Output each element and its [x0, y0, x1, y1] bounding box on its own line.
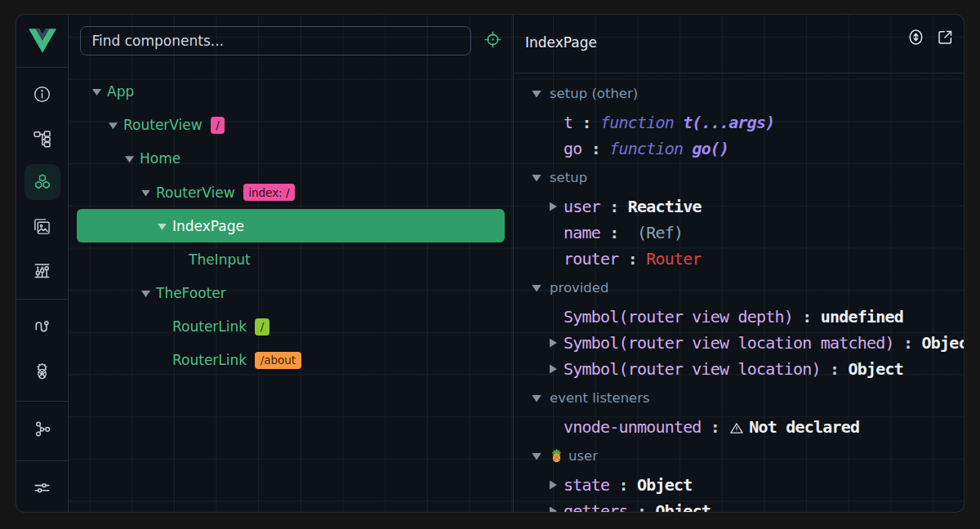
section-header[interactable]: event listeners — [514, 385, 964, 411]
rail-item-graph[interactable] — [16, 407, 68, 451]
component-name: App — [107, 83, 134, 100]
state-row-symbol-router-view-location-[interactable]: Symbol(router view location) : Object — [514, 356, 964, 382]
expand-toggle-icon[interactable] — [158, 224, 167, 230]
state-row-user[interactable]: user : Reactive — [514, 193, 964, 220]
state-row-getters[interactable]: getters : Object — [514, 498, 964, 512]
info-icon — [24, 76, 60, 112]
section-rows: t : function t(...args)go : function go(… — [514, 109, 964, 162]
state-section: providedSymbol(router view depth) : unde… — [514, 274, 964, 382]
state-value: Not declared — [749, 417, 859, 437]
pineapple-outline-icon — [24, 353, 60, 389]
section-title: setup — [550, 170, 587, 185]
state-value: Object — [848, 359, 902, 379]
key-value-separator: : — [894, 333, 922, 353]
state-section: event listenersvnode-unmounted : Not dec… — [514, 385, 964, 440]
section-rows: Symbol(router view depth) : undefinedSym… — [514, 304, 964, 382]
selected-component-title: IndexPage — [525, 34, 597, 51]
expand-arrow-icon[interactable] — [550, 202, 557, 211]
image-icon — [24, 208, 60, 244]
state-row-state[interactable]: state : Object — [514, 472, 964, 498]
state-section: setup (other)t : function t(...args)go :… — [514, 80, 964, 162]
inspect-component-button[interactable] — [482, 30, 503, 51]
rail-item-pinia[interactable] — [16, 349, 68, 393]
section-header[interactable]: setup — [514, 164, 964, 190]
state-key: user — [564, 197, 600, 216]
section-header[interactable]: user — [514, 442, 964, 469]
state-section: setupuser : Reactivename : (Ref)router :… — [514, 164, 964, 272]
scroll-to-component-button[interactable] — [907, 30, 924, 47]
tree-row-thefooter[interactable]: TheFooter — [77, 277, 505, 310]
component-name: TheFooter — [156, 285, 226, 301]
state-sections: setup (other)t : function t(...args)go :… — [514, 73, 964, 512]
section-rows: state : Objectgetters : Object — [514, 472, 964, 512]
key-value-separator: : — [600, 197, 628, 216]
state-key: Symbol(router view location) — [564, 359, 821, 379]
route-icon — [24, 309, 60, 345]
rail-item-settings[interactable] — [16, 465, 68, 509]
state-key: Symbol(router view depth) — [564, 307, 793, 327]
tree-row-theinput[interactable]: TheInput — [77, 242, 505, 276]
key-value-separator: : — [581, 139, 609, 158]
section-header[interactable]: setup (other) — [514, 80, 964, 106]
state-key: state — [564, 475, 609, 495]
open-in-editor-button[interactable] — [937, 30, 953, 47]
state-value: t(...args) — [683, 113, 774, 132]
state-panel-actions — [907, 30, 953, 47]
search-input[interactable] — [80, 26, 472, 56]
tree-row-routerlink[interactable]: RouterLink/about — [77, 344, 505, 377]
state-value: Object — [655, 501, 710, 512]
expand-arrow-icon[interactable] — [550, 481, 557, 490]
state-key: t — [564, 113, 572, 132]
state-key: getters — [564, 501, 628, 512]
collapse-icon — [532, 453, 541, 460]
expand-toggle-icon[interactable] — [92, 89, 101, 96]
state-value: Reactive — [628, 197, 702, 216]
tree-row-routerview[interactable]: RouterViewindex: / — [77, 176, 505, 209]
rail-item-overview[interactable] — [16, 72, 68, 116]
tree-row-routerview[interactable]: RouterView/ — [77, 109, 505, 142]
state-value: function — [600, 113, 683, 132]
expand-arrow-icon[interactable] — [550, 507, 557, 513]
expand-toggle-icon[interactable] — [125, 156, 134, 162]
rail-group — [16, 407, 68, 451]
state-section: userstate : Objectgetters : Object — [514, 442, 964, 512]
rail-divider — [16, 401, 68, 402]
vue-devtools-window: AppRouterView/HomeRouterViewindex: /Inde… — [16, 15, 964, 512]
section-rows: vnode-unmounted : Not declared — [514, 414, 964, 440]
section-header[interactable]: provided — [514, 274, 964, 300]
expand-arrow-icon[interactable] — [550, 339, 557, 348]
expand-toggle-icon[interactable] — [109, 122, 118, 129]
state-key: go — [564, 139, 581, 158]
tree-row-app[interactable]: App — [77, 74, 505, 108]
state-row-symbol-router-view-depth-: Symbol(router view depth) : undefined — [514, 304, 964, 330]
tree-row-home[interactable]: Home — [77, 142, 505, 176]
section-title: setup (other) — [550, 86, 638, 101]
route-badge: /about — [255, 352, 301, 369]
state-row-vnode-unmounted: vnode-unmounted : Not declared — [514, 414, 964, 440]
state-value: Object — [637, 475, 692, 495]
vue-logo — [16, 15, 68, 68]
tree-row-indexpage[interactable]: IndexPage — [77, 209, 505, 242]
state-row-go: go : function go() — [514, 136, 964, 162]
tree-row-routerlink[interactable]: RouterLink/ — [77, 310, 505, 344]
rail-item-components[interactable] — [16, 160, 68, 204]
rail-group — [16, 465, 68, 509]
rail-item-pages[interactable] — [16, 116, 68, 160]
key-value-separator: : — [609, 475, 637, 495]
expand-toggle-icon[interactable] — [141, 291, 150, 297]
component-name: TheInput — [189, 251, 251, 268]
key-value-separator: : — [600, 223, 628, 242]
state-row-symbol-router-view-location-matched-[interactable]: Symbol(router view location matched) : O… — [514, 330, 964, 356]
expand-arrow-icon[interactable] — [550, 365, 557, 374]
tree-view-icon — [24, 120, 60, 156]
state-value: Router — [646, 249, 701, 269]
key-value-separator: : — [618, 249, 646, 269]
rail-item-router[interactable] — [16, 305, 68, 349]
rail-item-assets[interactable] — [16, 204, 68, 248]
collapse-icon — [532, 285, 541, 292]
components-tree-panel: AppRouterView/HomeRouterViewindex: /Inde… — [69, 15, 514, 512]
state-row-t: t : function t(...args) — [514, 109, 964, 136]
expand-toggle-icon[interactable] — [141, 190, 150, 197]
locate-icon — [484, 31, 501, 51]
rail-item-timeline[interactable] — [16, 248, 68, 292]
